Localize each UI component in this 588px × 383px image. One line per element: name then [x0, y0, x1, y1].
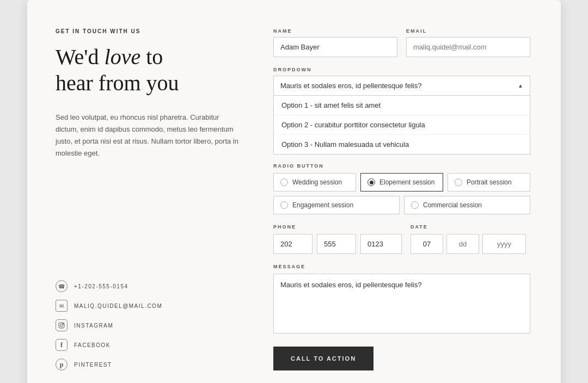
phone-text: +1-202-555-0154: [74, 283, 128, 289]
radio-label-portrait: Portrait session: [467, 178, 512, 186]
radio-elopement[interactable]: Elopement session: [360, 173, 443, 192]
radio-grid-bottom: Engagement session Commercial session: [273, 196, 530, 214]
phone-middle[interactable]: [317, 234, 356, 254]
dropdown-trigger[interactable]: Mauris et sodales eros, id pellentesque …: [273, 76, 530, 96]
radio-label-engagement: Engagement session: [292, 201, 353, 209]
name-label: NAME: [273, 28, 397, 34]
dropdown-option-1[interactable]: Option 1 - sit amet felis sit amet: [274, 96, 530, 115]
dropdown-group: DROPDOWN Mauris et sodales eros, id pell…: [273, 67, 530, 155]
radio-portrait[interactable]: Portrait session: [448, 173, 530, 192]
svg-point-1: [60, 324, 63, 327]
name-input[interactable]: [273, 37, 397, 57]
contact-pinterest[interactable]: p PINTEREST: [56, 359, 241, 370]
date-inputs: [411, 234, 530, 254]
date-group: DATE: [411, 224, 530, 254]
headline-italic: love: [105, 45, 141, 69]
radio-wedding[interactable]: Wedding session: [273, 173, 356, 192]
cta-button[interactable]: CALL TO ACTION: [273, 347, 373, 370]
headline: We'd love to hear from you: [56, 44, 241, 96]
headline-plain: We'd: [56, 45, 105, 69]
radio-group: RADIO BUTTON Wedding session Elopement s…: [273, 163, 530, 214]
phone-last[interactable]: [360, 234, 402, 254]
pinterest-icon: p: [56, 359, 68, 370]
contact-phone: ☎ +1-202-555-0154: [56, 280, 241, 292]
instagram-text: INSTAGRAM: [74, 323, 113, 329]
dropdown-option-3[interactable]: Option 3 - Nullam malesuada ut vehicula: [274, 135, 530, 154]
radio-label-commercial: Commercial session: [423, 201, 482, 209]
contact-facebook[interactable]: f FACEBOOK: [56, 339, 241, 351]
radio-circle-wedding: [280, 178, 288, 186]
right-panel: NAME EMAIL DROPDOWN Mauris et sodales er…: [273, 28, 530, 370]
facebook-text: FACEBOOK: [74, 342, 111, 348]
dropdown-option-2[interactable]: Option 2 - curabitur porttitor consectet…: [274, 115, 530, 135]
left-panel: Get in touch with us We'd love to hear f…: [56, 28, 241, 370]
radio-circle-commercial: [411, 201, 419, 209]
dropdown-selected-text: Mauris et sodales eros, id pellentesque …: [280, 82, 421, 90]
phone-inputs: [273, 234, 402, 254]
contact-email: ✉ MALIQ.QUIDEL@MAIL.COM: [56, 300, 241, 312]
radio-label: RADIO BUTTON: [273, 163, 530, 169]
contact-list: ☎ +1-202-555-0154 ✉ MALIQ.QUIDEL@MAIL.CO…: [56, 280, 241, 370]
phone-date-row: PHONE DATE: [273, 224, 530, 254]
message-label: MESSAGE: [273, 264, 530, 269]
message-textarea[interactable]: Mauris et sodales eros, id pellentesque …: [273, 274, 530, 333]
radio-circle-elopement: [367, 178, 375, 186]
chevron-up-icon: ▲: [518, 83, 523, 89]
name-group: NAME: [273, 28, 397, 57]
dropdown-label: DROPDOWN: [273, 67, 530, 72]
phone-group: PHONE: [273, 224, 402, 254]
phone-area[interactable]: [273, 234, 313, 254]
date-label: DATE: [411, 224, 530, 230]
main-card: Get in touch with us We'd love to hear f…: [27, 0, 561, 383]
tagline: Get in touch with us: [56, 28, 241, 34]
contact-instagram[interactable]: INSTAGRAM: [56, 319, 241, 331]
svg-point-2: [63, 324, 64, 325]
date-dd-input[interactable]: [446, 234, 479, 254]
phone-icon: ☎: [56, 280, 68, 292]
pinterest-text: PINTEREST: [74, 362, 112, 368]
radio-circle-inner-elopement: [370, 181, 373, 184]
email-label: EMAIL: [406, 28, 530, 34]
radio-engagement[interactable]: Engagement session: [273, 196, 400, 214]
date-mm-input[interactable]: [411, 234, 443, 254]
radio-commercial[interactable]: Commercial session: [404, 196, 530, 214]
dropdown-options: Option 1 - sit amet felis sit amet Optio…: [273, 96, 530, 155]
phone-label: PHONE: [273, 224, 402, 230]
radio-label-wedding: Wedding session: [292, 178, 342, 186]
radio-grid-top: Wedding session Elopement session Portra…: [273, 173, 530, 192]
message-group: MESSAGE Mauris et sodales eros, id pelle…: [273, 264, 530, 336]
radio-circle-engagement: [280, 201, 288, 209]
email-group: EMAIL: [406, 28, 530, 57]
email-icon: ✉: [56, 300, 68, 312]
instagram-icon: [56, 319, 68, 331]
description: Sed leo volutpat, eu rhoncus nisl pharet…: [56, 112, 241, 159]
email-text: MALIQ.QUIDEL@MAIL.COM: [74, 303, 162, 309]
radio-circle-portrait: [455, 178, 462, 186]
date-yyyy-input[interactable]: [482, 234, 526, 254]
name-email-row: NAME EMAIL: [273, 28, 530, 57]
facebook-icon: f: [56, 339, 68, 351]
radio-label-elopement: Elopement session: [379, 178, 434, 186]
email-input[interactable]: [406, 37, 530, 57]
